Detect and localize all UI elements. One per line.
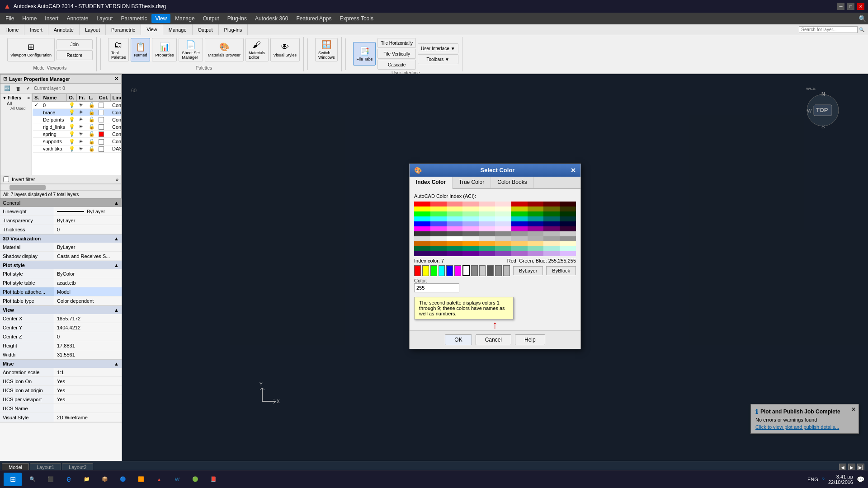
bottom-color-cell-8[interactable] — [479, 265, 486, 276]
taskbar-ie-icon[interactable]: e — [61, 472, 76, 487]
section-misc-header[interactable]: Misc ▲ — [0, 360, 122, 368]
color-cell[interactable] — [447, 236, 463, 241]
color-cell[interactable] — [495, 216, 511, 221]
color-cell[interactable] — [511, 231, 528, 236]
color-cell[interactable] — [543, 246, 560, 251]
color-cell[interactable] — [430, 231, 447, 236]
color-cell[interactable] — [495, 226, 511, 231]
bottom-color-cell-3[interactable] — [439, 265, 445, 276]
taskbar-search-icon[interactable]: 🔍 — [25, 472, 40, 487]
color-cell[interactable] — [447, 221, 463, 226]
color-cell[interactable] — [447, 231, 463, 236]
color-cell[interactable] — [511, 221, 528, 226]
layer-freeze-1[interactable]: ☀ — [77, 109, 87, 116]
color-cell[interactable] — [430, 251, 447, 256]
visual-styles-button[interactable]: 👁 Visual Styles — [270, 38, 300, 61]
menu-parametric[interactable]: Parametric — [117, 14, 151, 23]
color-cell[interactable] — [495, 206, 511, 211]
color-cell[interactable] — [462, 216, 479, 221]
ribbon-tab-manage[interactable]: Manage — [163, 24, 193, 35]
ribbon-tab-layout[interactable]: Layout — [80, 24, 106, 35]
color-cell[interactable] — [447, 216, 463, 221]
layer-on-1[interactable]: 💡 — [67, 109, 77, 116]
layer-lock-2[interactable]: 🔓 — [87, 116, 97, 123]
color-cell[interactable] — [495, 221, 511, 226]
color-cell[interactable] — [462, 226, 479, 231]
layer-freeze-3[interactable]: ☀ — [77, 123, 87, 131]
layer-on-3[interactable]: 💡 — [67, 123, 77, 131]
color-cell[interactable] — [528, 226, 544, 231]
color-cell[interactable] — [511, 241, 528, 246]
color-cell[interactable] — [479, 216, 495, 221]
color-cell[interactable] — [495, 246, 511, 251]
color-cell[interactable] — [479, 221, 495, 226]
hscroll[interactable] — [0, 184, 121, 190]
color-cell[interactable] — [430, 236, 447, 241]
tool-palettes-button[interactable]: 🗂 ToolPalettes — [108, 38, 129, 61]
ribbon-tab-insert[interactable]: Insert — [24, 24, 48, 35]
cascade-button[interactable]: Cascade — [377, 60, 416, 70]
layer-lock-6[interactable]: 🔓 — [87, 145, 97, 152]
color-cell[interactable] — [447, 251, 463, 256]
menu-express-tools[interactable]: Express Tools — [336, 14, 377, 23]
filter-expand-icon[interactable]: » — [27, 95, 30, 100]
color-cell[interactable] — [430, 221, 447, 226]
layer-name-4[interactable]: spring — [41, 131, 67, 138]
bottom-color-cell-5[interactable] — [454, 265, 461, 276]
color-cell[interactable] — [495, 211, 511, 216]
section-general-header[interactable]: General ▲ — [0, 199, 122, 207]
layer-search-input[interactable] — [799, 26, 858, 33]
search-layers-input[interactable]: 🔍 — [795, 24, 868, 35]
color-cell[interactable] — [479, 206, 495, 211]
ribbon-tab-home[interactable]: Home — [0, 24, 24, 35]
switch-windows-button[interactable]: 🪟 SwitchWindows — [315, 38, 338, 61]
col-status[interactable]: S. — [33, 94, 41, 102]
invert-filter-checkbox[interactable] — [3, 176, 9, 182]
color-cell[interactable] — [479, 211, 495, 216]
cancel-button[interactable]: Cancel — [476, 334, 511, 345]
layer-linetype-3[interactable]: Contin... — [110, 123, 121, 131]
color-cell[interactable] — [462, 202, 479, 206]
tile-horizontally-button[interactable]: Tile Horizontally — [377, 38, 416, 48]
color-cell[interactable] — [528, 211, 544, 216]
layer-lock-4[interactable]: 🔓 — [87, 131, 97, 138]
color-cell[interactable] — [528, 206, 544, 211]
taskbar-notification-icon[interactable]: 💬 — [857, 476, 864, 483]
col-color[interactable]: Col. — [97, 94, 110, 102]
sheet-set-manager-button[interactable]: 📄 Sheet SetManager — [179, 38, 203, 61]
set-current-button[interactable]: ✓ — [24, 84, 32, 92]
color-cell[interactable] — [560, 221, 576, 226]
viewport-configuration-button[interactable]: ⊞ Viewport Configuration — [7, 38, 55, 61]
color-cell[interactable] — [430, 211, 447, 216]
color-cell[interactable] — [528, 221, 544, 226]
menu-layout[interactable]: Layout — [93, 14, 116, 23]
menu-plugins[interactable]: Plug-ins — [224, 14, 250, 23]
menu-insert[interactable]: Insert — [41, 14, 62, 23]
dialog-tab-color-books[interactable]: Color Books — [491, 177, 533, 188]
bylayer-button[interactable]: ByLayer — [513, 266, 543, 275]
layer-color-2[interactable] — [97, 116, 110, 123]
color-cell[interactable] — [511, 216, 528, 221]
col-on[interactable]: O. — [67, 94, 77, 102]
color-cell[interactable] — [414, 231, 430, 236]
color-cell[interactable] — [447, 211, 463, 216]
layer-lock-3[interactable]: 🔓 — [87, 123, 97, 131]
user-interface-button[interactable]: User Interface ▼ — [418, 43, 458, 53]
menu-annotate[interactable]: Annotate — [63, 14, 92, 23]
taskbar-app4-icon[interactable]: 🟢 — [188, 472, 203, 487]
color-cell[interactable] — [560, 206, 576, 211]
color-cell[interactable] — [543, 211, 560, 216]
menu-home[interactable]: Home — [19, 14, 40, 23]
menu-view[interactable]: View — [151, 14, 170, 23]
canvas-area[interactable]: X Y N S W TOP WCS 60 🎨 Se — [122, 74, 868, 461]
color-cell[interactable] — [495, 236, 511, 241]
layer-name-6[interactable]: voithitika — [41, 145, 67, 152]
color-cell[interactable] — [495, 202, 511, 206]
ribbon-tab-view[interactable]: View — [141, 24, 163, 35]
layer-color-0[interactable] — [97, 102, 110, 109]
menu-manage[interactable]: Manage — [171, 14, 198, 23]
taskbar-app3-icon[interactable]: 🟧 — [134, 472, 148, 487]
menu-file[interactable]: File — [2, 14, 18, 23]
delete-layer-button[interactable]: 🗑 — [14, 85, 23, 92]
taskbar-matlab-icon[interactable]: ▲ — [152, 472, 166, 487]
